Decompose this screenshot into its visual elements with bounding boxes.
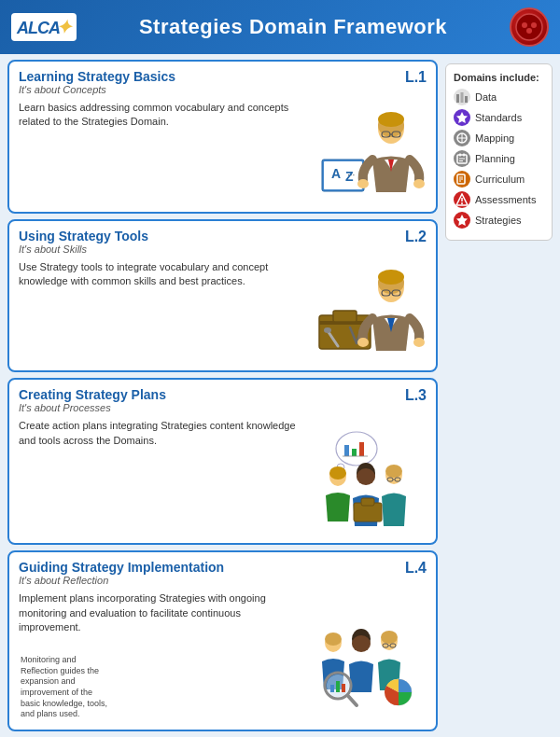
svg-point-44 [385, 465, 402, 478]
svg-text:A: A [331, 166, 341, 181]
domains-title: Domains include: [454, 72, 544, 83]
svg-rect-36 [352, 449, 357, 456]
svg-point-21 [324, 327, 331, 333]
card-3-header: Creating Strategy Plans It's about Proce… [19, 387, 427, 417]
card-3-subtitle: It's about Processes [19, 402, 166, 413]
svg-point-2 [531, 22, 537, 28]
card-4-header: Guiding Strategy Implementation It's abo… [19, 560, 427, 590]
domain-label-assessments: Assessments [475, 194, 536, 205]
card-2-header: Using Strategy Tools It's about Skills L… [19, 229, 427, 258]
domain-icon-planning [454, 150, 470, 167]
card-3-illustration [305, 428, 427, 526]
svg-point-42 [357, 468, 375, 485]
domain-label-planning: Planning [475, 153, 515, 164]
logo-box: ALCA✦ [11, 13, 77, 41]
svg-point-1 [522, 22, 527, 28]
domain-icon-assessments [454, 191, 470, 208]
svg-point-3 [526, 28, 532, 34]
domain-icon-data [454, 89, 470, 105]
card-2-body: Use Strategy tools to integrate vocabula… [19, 260, 427, 364]
card-4-level: L.4 [405, 560, 427, 577]
svg-point-11 [378, 112, 404, 127]
card-1-level: L.1 [405, 69, 427, 86]
svg-rect-66 [456, 94, 459, 103]
svg-point-31 [413, 338, 425, 347]
domain-item-data: Data [454, 89, 544, 105]
svg-text:Z: Z [345, 169, 354, 184]
svg-rect-62 [330, 685, 334, 692]
card-3-image [305, 419, 427, 535]
card-2-text: Use Strategy tools to integrate vocabula… [19, 260, 300, 364]
header-title: Strategies Domain Framework [77, 15, 510, 39]
card-1-image: A ··· Z [305, 101, 427, 204]
card-4-illustration [305, 604, 427, 711]
domain-label-data: Data [475, 91, 497, 103]
svg-rect-37 [359, 442, 364, 456]
card-learning-basics: Learning Strategy Basics It's about Conc… [7, 60, 438, 214]
svg-point-16 [413, 179, 425, 188]
bottom-note: Monitoring and Reflection guides the exp… [19, 653, 112, 722]
card-4-subtitle: It's about Reflection [19, 575, 224, 586]
svg-point-55 [381, 631, 398, 644]
card-2-level: L.2 [405, 229, 427, 245]
domain-item-standards: Standards [454, 109, 544, 126]
svg-point-84 [461, 202, 463, 204]
card-3-level: L.3 [405, 387, 427, 404]
svg-rect-19 [333, 311, 357, 322]
card-2-image [305, 260, 427, 364]
card-2-illustration [305, 267, 427, 355]
svg-rect-63 [336, 681, 340, 692]
svg-line-61 [348, 696, 357, 705]
card-1-body: Learn basics addressing common vocabular… [19, 101, 427, 204]
card-1-illustration: A ··· Z [305, 108, 427, 197]
card-1-subtitle: It's about Concepts [19, 84, 175, 95]
svg-point-26 [378, 270, 404, 285]
domain-icon-mapping [454, 130, 470, 146]
logo-star: ✦ [56, 17, 71, 37]
logo-area: ALCA✦ [11, 13, 77, 41]
domain-item-mapping: Mapping [454, 130, 544, 146]
card-1-title: Learning Strategy Basics [19, 69, 175, 84]
left-column: Learning Strategy Basics It's about Conc… [7, 60, 438, 731]
domain-icon-strategies [454, 212, 470, 229]
domain-label-mapping: Mapping [475, 132, 514, 144]
svg-marker-69 [456, 112, 468, 123]
svg-point-30 [357, 338, 369, 347]
header-badge [510, 7, 549, 47]
card-guiding-implementation: Guiding Strategy Implementation It's abo… [7, 550, 438, 731]
domain-label-strategies: Strategies [475, 215, 522, 226]
svg-point-0 [516, 14, 542, 40]
card-1-text: Learn basics addressing common vocabular… [19, 101, 300, 204]
domain-label-standards: Standards [475, 112, 522, 123]
card-2-title: Using Strategy Tools [19, 229, 148, 243]
svg-point-51 [325, 633, 342, 646]
card-4-text: Implement plans incorporating Strategies… [19, 591, 300, 652]
domain-item-curriculum: Curriculum [454, 171, 544, 188]
domain-item-assessments: Assessments [454, 191, 544, 208]
svg-marker-85 [456, 215, 468, 226]
header: ALCA✦ Strategies Domain Framework [0, 0, 560, 54]
svg-rect-49 [361, 498, 374, 506]
card-using-tools: Using Strategy Tools It's about Skills L… [7, 219, 438, 373]
card-4-title: Guiding Strategy Implementation [19, 560, 224, 575]
svg-rect-64 [342, 684, 345, 692]
main-content: Learning Strategy Basics It's about Conc… [0, 54, 560, 737]
svg-rect-35 [344, 445, 349, 456]
domain-icon-standards [454, 109, 470, 126]
domain-item-strategies: Strategies [454, 212, 544, 229]
card-3-text: Create action plans integrating Strategi… [19, 419, 300, 535]
svg-rect-67 [461, 92, 464, 103]
card-4-image [305, 591, 427, 722]
svg-rect-68 [465, 96, 468, 103]
svg-point-53 [352, 635, 371, 652]
right-column: Domains include: Data Standards M [445, 60, 553, 731]
card-3-title: Creating Strategy Plans [19, 387, 166, 402]
svg-rect-5 [324, 161, 362, 189]
card-creating-plans: Creating Strategy Plans It's about Proce… [7, 378, 438, 545]
card-3-body: Create action plans integrating Strategi… [19, 419, 427, 535]
card-2-subtitle: It's about Skills [19, 243, 148, 255]
card-1-header: Learning Strategy Basics It's about Conc… [19, 69, 427, 99]
card-4-body: Implement plans incorporating Strategies… [19, 591, 427, 722]
domains-box: Domains include: Data Standards M [445, 63, 553, 241]
domain-icon-curriculum [454, 171, 470, 188]
